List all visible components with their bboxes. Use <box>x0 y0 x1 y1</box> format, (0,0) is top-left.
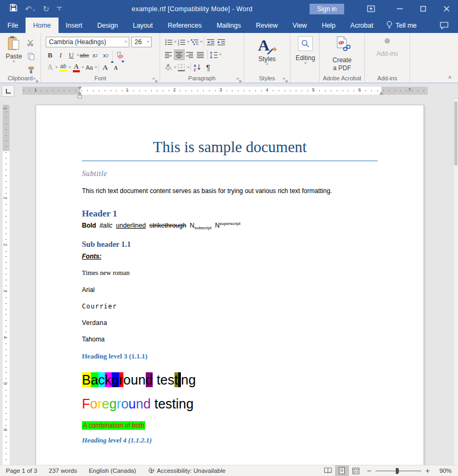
font-color-button[interactable]: A <box>71 62 81 73</box>
font-sample[interactable]: Verdana <box>82 319 378 327</box>
increase-indent-icon[interactable] <box>216 37 227 47</box>
ribbon-display-options-icon[interactable] <box>359 0 382 18</box>
font-sample[interactable]: Courrier <box>82 303 378 310</box>
paragraph-dialog-launcher-icon[interactable] <box>237 76 242 81</box>
styles-dialog-launcher-icon[interactable] <box>283 76 288 81</box>
editing-button[interactable]: Editing ˅ <box>295 36 316 65</box>
line-spacing-icon[interactable] <box>209 49 219 60</box>
customize-toolbar-icon[interactable]: ˅ <box>57 7 62 11</box>
justify-icon[interactable] <box>195 49 206 60</box>
multilevel-list-icon[interactable] <box>189 37 200 47</box>
italic-button[interactable]: I <box>55 50 66 61</box>
read-mode-button[interactable] <box>321 465 335 476</box>
web-layout-button[interactable] <box>349 465 363 476</box>
superscript-button[interactable]: x2 <box>101 50 111 61</box>
subscript-button[interactable]: x2 <box>90 50 101 61</box>
zoom-out-button[interactable]: − <box>363 466 376 475</box>
formatting-samples-line[interactable]: Bold italic underlined strikethrough Nsu… <box>82 221 378 230</box>
clear-formatting-icon[interactable] <box>114 50 124 61</box>
right-indent-marker[interactable] <box>379 91 384 95</box>
vertical-scrollbar[interactable] <box>453 99 458 465</box>
zoom-level[interactable]: 90% <box>434 467 458 474</box>
word-count[interactable]: 237 words <box>43 467 83 474</box>
document-page[interactable]: This is sample document Subtitle This ri… <box>36 105 424 465</box>
tab-view[interactable]: View <box>285 18 314 33</box>
left-indent-marker[interactable] <box>78 95 82 98</box>
sort-icon[interactable]: AZ <box>192 62 203 73</box>
font-sample[interactable]: Times new roman <box>82 269 378 277</box>
font-name-combobox[interactable]: Cambria (Headings) ˅ <box>46 37 129 47</box>
collapse-ribbon-icon[interactable]: ˄ <box>448 74 452 80</box>
copy-icon[interactable] <box>26 51 36 62</box>
sub-header-1-1[interactable]: Sub header 1.1 <box>82 240 378 249</box>
strikethrough-button[interactable]: abc <box>79 50 90 61</box>
tell-me-button[interactable]: Tell me <box>381 18 422 33</box>
undo-icon[interactable]: ↶ <box>25 5 32 13</box>
sign-in-button[interactable]: Sign in <box>310 4 344 14</box>
tab-references[interactable]: References <box>160 18 209 33</box>
tab-design[interactable]: Design <box>90 18 126 33</box>
feedback-comment-icon[interactable] <box>430 18 458 33</box>
clipboard-dialog-launcher-icon[interactable] <box>34 76 39 81</box>
heading-level-4[interactable]: Heading level 4 (1.1.2.1) <box>82 436 378 445</box>
text-effects-button[interactable]: A <box>45 62 55 73</box>
show-hide-pilcrow-button[interactable]: ¶ <box>203 62 213 73</box>
undo-dropdown-icon[interactable]: ˅ <box>33 8 36 13</box>
change-case-dropdown-icon[interactable]: ˅ <box>95 66 97 69</box>
vertical-ruler[interactable]: 1123456 <box>3 105 10 465</box>
zoom-slider-thumb[interactable] <box>396 468 398 474</box>
align-right-icon[interactable] <box>185 49 195 60</box>
styles-dropdown-icon[interactable]: ˅ <box>266 63 269 66</box>
font-samples[interactable]: Times new romanArialCourrierVerdanaTahom… <box>82 269 378 343</box>
maximize-button[interactable] <box>411 0 435 18</box>
align-left-icon[interactable] <box>163 49 174 60</box>
borders-dropdown-icon[interactable]: ˅ <box>187 66 190 69</box>
first-line-indent-marker[interactable] <box>78 87 82 90</box>
underline-button[interactable]: U <box>66 50 77 61</box>
zoom-in-button[interactable]: + <box>421 466 434 475</box>
intro-paragraph[interactable]: This rich text document content serves a… <box>82 187 378 195</box>
tab-insert[interactable]: Insert <box>59 18 90 33</box>
document-title[interactable]: This is sample document <box>82 138 378 161</box>
grow-font-button[interactable]: A <box>100 62 111 73</box>
font-sample[interactable]: Tahoma <box>82 336 378 343</box>
tab-file[interactable]: File <box>0 18 26 33</box>
accessibility-status[interactable]: Accessibility: Unavailable <box>142 467 231 475</box>
line-spacing-dropdown-icon[interactable]: ˅ <box>219 53 222 56</box>
text-highlight-button[interactable]: ab <box>58 62 69 73</box>
header-1[interactable]: Header 1 <box>82 208 378 219</box>
paste-button[interactable]: Paste ˅ <box>4 37 23 72</box>
font-sample[interactable]: Arial <box>82 286 378 294</box>
cut-icon[interactable] <box>26 37 36 48</box>
print-layout-button[interactable] <box>335 465 349 476</box>
font-size-dropdown-icon[interactable]: ˅ <box>147 40 149 44</box>
numbering-icon[interactable]: 123 <box>177 37 187 47</box>
scrollbar-thumb[interactable] <box>454 102 457 165</box>
align-center-icon[interactable] <box>174 49 185 60</box>
change-case-button[interactable]: Aa <box>84 62 95 73</box>
redo-icon[interactable]: ↻ <box>43 5 49 13</box>
borders-icon[interactable] <box>177 62 187 73</box>
minimize-button[interactable] <box>388 0 411 18</box>
document-subtitle[interactable]: Subtitle <box>82 170 378 178</box>
font-size-combobox[interactable]: 26 ˅ <box>131 37 152 47</box>
fonts-heading[interactable]: Fonts: <box>82 253 378 260</box>
zoom-slider[interactable] <box>376 465 421 476</box>
shrink-font-button[interactable]: A <box>111 62 121 73</box>
format-painter-icon[interactable] <box>26 65 36 76</box>
horizontal-ruler[interactable]: 11234567 <box>22 87 428 95</box>
bold-button[interactable]: B <box>45 50 55 61</box>
paste-dropdown-icon[interactable]: ˅ <box>13 60 15 63</box>
font-dialog-launcher-icon[interactable] <box>153 76 158 81</box>
heading-level-3[interactable]: Heading level 3 (1.1.1) <box>82 352 378 361</box>
tab-acrobat[interactable]: Acrobat <box>343 18 381 33</box>
tab-stop-selector[interactable] <box>2 85 14 97</box>
combination-line[interactable]: A combination of both <box>82 421 145 430</box>
page-indicator[interactable]: Page 1 of 3 <box>0 467 43 474</box>
create-pdf-button[interactable]: Createa PDF <box>320 36 364 72</box>
shading-icon[interactable] <box>163 62 174 73</box>
language-indicator[interactable]: English (Canada) <box>83 467 142 474</box>
styles-button[interactable]: A Styles ˅ <box>244 36 290 66</box>
hanging-indent-marker[interactable] <box>78 91 82 95</box>
background-testing-line[interactable]: Background testing <box>82 372 378 388</box>
